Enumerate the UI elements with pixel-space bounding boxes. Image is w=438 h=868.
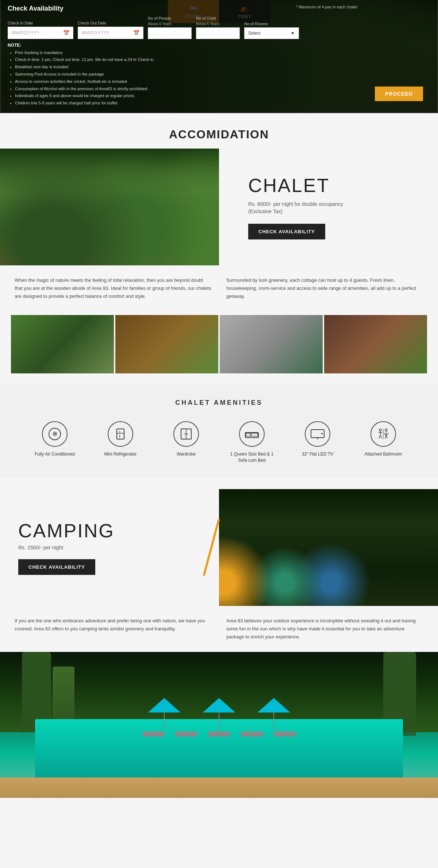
- camping-info: CAMPING Rs. 1500/- per night CHECK AVAIL…: [0, 489, 219, 606]
- svg-point-24: [385, 429, 387, 431]
- note-item: Access to common activities like cricket…: [15, 78, 430, 85]
- note-item: Individuals of ages 6 and above would be…: [15, 92, 430, 100]
- amenity-wardrobe: Wardrobe: [164, 421, 208, 457]
- chevron-down-icon: ▼: [291, 31, 295, 36]
- note-item: Swimming Pool Access is included in the …: [15, 71, 430, 78]
- ac-icon: ❄: [42, 421, 68, 447]
- pool-deck: [0, 777, 438, 798]
- chalet-desc-right: Surrounded by lush greenery, each cottag…: [226, 276, 423, 300]
- gallery-image-4: [324, 315, 427, 373]
- camping-check-availability-button[interactable]: CHECK AVAILABILITY: [18, 559, 95, 575]
- chalet-gallery: [0, 311, 438, 384]
- pool-section: [0, 652, 438, 798]
- ac-label: Fully Air Conditioned: [35, 451, 75, 457]
- svg-rect-12: [251, 433, 258, 436]
- checkin-input[interactable]: MM/DD/YYYY 📅: [8, 27, 73, 39]
- note-item: Children b/w 5-9 years will be charged h…: [15, 100, 430, 107]
- umbrella-1: [148, 698, 181, 731]
- lounger-1: [142, 731, 164, 737]
- wardrobe-label: Wardrobe: [177, 451, 196, 457]
- checkout-input[interactable]: MM/DD/YYYY 📅: [78, 27, 143, 39]
- svg-rect-2: [117, 429, 124, 439]
- rooms-label: No of Rooms: [244, 22, 299, 26]
- umbrella-canopy-2: [203, 698, 235, 713]
- availability-box: Check Availability * Maximum of 4 pax in…: [0, 0, 438, 113]
- svg-line-23: [380, 435, 382, 438]
- camping-desc-right: Area 83 believes your outdoor experience…: [226, 617, 423, 641]
- note-item: Prior booking is mandatory: [15, 49, 430, 57]
- chalet-check-availability-button[interactable]: CHECK AVAILABILITY: [248, 224, 325, 239]
- availability-title: Check Availability: [8, 5, 430, 12]
- amenities-title: CHALET AMENITIES: [22, 399, 416, 407]
- bathroom-icon: [370, 421, 396, 447]
- proceed-button[interactable]: PROCEED: [375, 87, 423, 101]
- svg-point-8: [185, 434, 186, 435]
- rooms-select[interactable]: Select ▼: [244, 27, 299, 39]
- gallery-image-3: [220, 315, 323, 373]
- pool-umbrella-row: [148, 698, 290, 731]
- camping-desc-left: If you are the one who embraces adventur…: [15, 617, 212, 641]
- note-item: Breakfast next day is included: [15, 64, 430, 71]
- camping-name: CAMPING: [18, 520, 201, 542]
- camping-description: If you are the one who embraces adventur…: [0, 606, 438, 652]
- svg-text:❄: ❄: [52, 430, 58, 438]
- camping-section: CAMPING Rs. 1500/- per night CHECK AVAIL…: [0, 489, 438, 606]
- amenity-tv: 32" Flat LED TV: [296, 421, 339, 457]
- note-label: NOTE:: [8, 43, 430, 48]
- umbrella-canopy-1: [148, 698, 181, 713]
- camping-price: Rs. 1500/- per night: [18, 545, 201, 550]
- chalet-banner: CHALET Rs. 6000/- per night for double o…: [0, 149, 438, 265]
- umbrella-pole-1: [164, 713, 165, 731]
- bed-label: 1 Queen Size Bed & 1 Sofa cum Bed: [230, 451, 274, 464]
- chalet-desc-left: When the magic of nature meets the feeli…: [15, 276, 212, 300]
- note-list: Prior booking is mandatory Check in time…: [8, 49, 430, 107]
- availability-form-row: Check In Date MM/DD/YYYY 📅 Check Out Dat…: [8, 16, 430, 39]
- svg-line-27: [386, 435, 387, 438]
- umbrella-3: [257, 698, 290, 731]
- lounger-4: [241, 731, 263, 737]
- hero-section: 🛏 ROOM ⛺ TENT Check Availability * Maxim…: [0, 0, 438, 113]
- lounger-2: [175, 731, 197, 737]
- umbrella-2: [203, 698, 235, 731]
- svg-rect-11: [246, 433, 250, 436]
- rooms-group: No of Rooms Select ▼: [244, 22, 299, 39]
- checkin-group: Check In Date MM/DD/YYYY 📅: [8, 21, 73, 39]
- checkin-label: Check In Date: [8, 21, 73, 25]
- gallery-image-2: [115, 315, 218, 373]
- accommodation-title: ACCOMIDATION: [0, 113, 438, 149]
- svg-point-9: [187, 434, 188, 435]
- tv-icon: [305, 421, 330, 447]
- checkout-group: Check Out Date MM/DD/YYYY 📅: [78, 21, 143, 39]
- svg-line-22: [379, 435, 380, 438]
- lounger-5: [274, 731, 296, 737]
- bathroom-label: Attached Bathroom: [365, 451, 402, 457]
- note-item: Check in time: 2 pm, Check out time: 12 …: [15, 56, 430, 64]
- child-input[interactable]: [196, 27, 240, 39]
- bed-icon: [239, 421, 265, 447]
- svg-point-19: [379, 429, 381, 431]
- umbrella-canopy-3: [257, 698, 290, 713]
- gallery-image-1: [11, 315, 114, 373]
- wardrobe-icon: [173, 421, 199, 447]
- amenity-fridge: Mini Refrigerator: [99, 421, 142, 457]
- child-label: No of Child: [196, 16, 240, 20]
- note-section: NOTE: Prior booking is mandatory Check i…: [8, 43, 430, 107]
- amenity-bathroom: Attached Bathroom: [361, 421, 405, 457]
- people-input[interactable]: [148, 27, 192, 39]
- svg-line-26: [385, 435, 386, 438]
- amenities-section: CHALET AMENITIES ❄ Fully Air Conditioned: [0, 384, 438, 478]
- svg-point-16: [321, 433, 323, 434]
- calendar-icon-2: 📅: [133, 30, 139, 36]
- chalet-info: CHALET Rs. 6000/- per night for double o…: [219, 149, 438, 265]
- max-note: * Maximum of 4 pax in each chalet: [296, 5, 357, 9]
- amenity-ac: ❄ Fully Air Conditioned: [33, 421, 77, 457]
- loungers-row: [142, 731, 296, 737]
- umbrella-pole-3: [273, 713, 274, 731]
- people-group: No of People Above 6 Years: [148, 16, 192, 39]
- fridge-label: Mini Refrigerator: [104, 451, 137, 457]
- fridge-icon: [108, 421, 133, 447]
- child-group: No of Child Below 6 Years: [196, 16, 240, 39]
- calendar-icon: 📅: [63, 30, 69, 36]
- amenity-bed: 1 Queen Size Bed & 1 Sofa cum Bed: [230, 421, 274, 464]
- lounger-3: [208, 731, 230, 737]
